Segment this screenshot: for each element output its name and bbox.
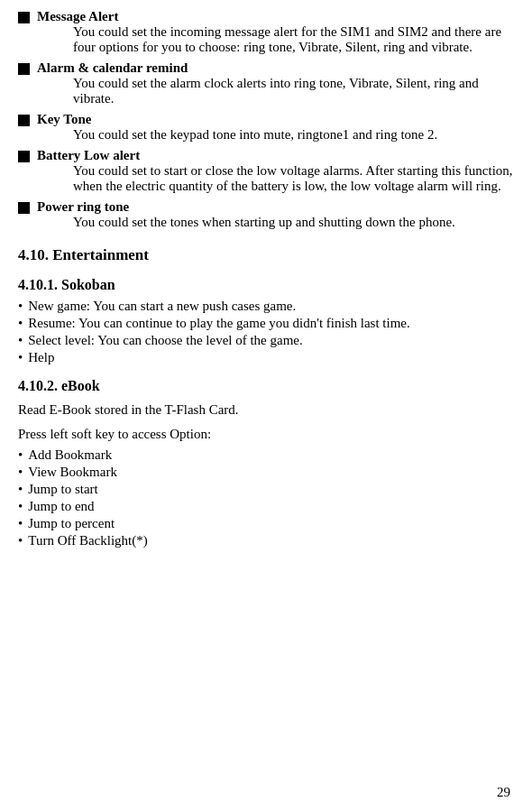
bullet-title: Key Tone bbox=[37, 112, 91, 126]
bullet-dot-icon: • bbox=[18, 299, 23, 314]
bullet-text: Key Tone You could set the keypad tone i… bbox=[37, 112, 514, 143]
list-item-text: Add Bookmark bbox=[28, 447, 112, 463]
bullet-dot-icon: • bbox=[18, 465, 23, 480]
bullet-item-message-alert: Message Alert You could set the incoming… bbox=[18, 9, 514, 55]
list-item: • View Bookmark bbox=[18, 465, 514, 480]
bullet-text: Alarm & calendar remind You could set th… bbox=[37, 60, 514, 106]
content: Message Alert You could set the incoming… bbox=[18, 9, 514, 548]
list-item-text: Jump to end bbox=[28, 499, 94, 514]
list-item-text: New game: You can start a new push cases… bbox=[28, 299, 296, 314]
bullet-square-icon bbox=[18, 202, 30, 214]
list-item: • Add Bookmark bbox=[18, 447, 514, 463]
bullet-item-alarm-calendar: Alarm & calendar remind You could set th… bbox=[18, 60, 514, 106]
bullet-dot-icon: • bbox=[18, 350, 23, 365]
bullet-dot-icon: • bbox=[18, 316, 23, 331]
list-item: • Turn Off Backlight(*) bbox=[18, 533, 514, 548]
section-entertainment-heading: 4.10. Entertainment bbox=[18, 246, 514, 264]
bullet-title: Battery Low alert bbox=[37, 148, 140, 162]
list-item: • Jump to percent bbox=[18, 516, 514, 531]
list-item-text: Help bbox=[28, 350, 54, 365]
page-number: 29 bbox=[497, 785, 510, 800]
bullet-text: Message Alert You could set the incoming… bbox=[37, 9, 514, 55]
bullet-item-battery-low: Battery Low alert You could set to start… bbox=[18, 148, 514, 194]
ebook-intro-line2: Press left soft key to access Option: bbox=[18, 424, 514, 445]
list-item: • Select level: You can choose the level… bbox=[18, 333, 514, 348]
list-item: • New game: You can start a new push cas… bbox=[18, 299, 514, 314]
list-item: • Jump to start bbox=[18, 482, 514, 497]
bullet-title: Alarm & calendar remind bbox=[37, 60, 188, 75]
bullet-title: Message Alert bbox=[37, 9, 118, 23]
list-item: • Jump to end bbox=[18, 499, 514, 514]
sokoban-list: • New game: You can start a new push cas… bbox=[18, 299, 514, 365]
bullet-item-key-tone: Key Tone You could set the keypad tone i… bbox=[18, 112, 514, 143]
bullet-title: Power ring tone bbox=[37, 199, 129, 214]
list-item: • Help bbox=[18, 350, 514, 365]
bullet-desc: You could set the incoming message alert… bbox=[73, 24, 514, 55]
bullet-square-icon bbox=[18, 115, 30, 126]
ebook-list: • Add Bookmark • View Bookmark • Jump to… bbox=[18, 447, 514, 548]
page: Message Alert You could set the incoming… bbox=[0, 0, 532, 811]
bullet-item-power-ring-tone: Power ring tone You could set the tones … bbox=[18, 199, 514, 230]
bullet-text: Battery Low alert You could set to start… bbox=[37, 148, 514, 194]
list-item: • Resume: You can continue to play the g… bbox=[18, 316, 514, 331]
bullet-dot-icon: • bbox=[18, 333, 23, 348]
bullet-dot-icon: • bbox=[18, 447, 23, 463]
list-item-text: Resume: You can continue to play the gam… bbox=[28, 316, 409, 331]
list-item-text: Jump to start bbox=[28, 482, 98, 497]
bullet-section: Message Alert You could set the incoming… bbox=[18, 9, 514, 230]
bullet-dot-icon: • bbox=[18, 499, 23, 514]
bullet-square-icon bbox=[18, 63, 30, 75]
list-item-text: Select level: You can choose the level o… bbox=[28, 333, 303, 348]
bullet-square-icon bbox=[18, 151, 30, 162]
bullet-dot-icon: • bbox=[18, 482, 23, 497]
bullet-desc: You could set the tones when starting up… bbox=[73, 215, 514, 230]
bullet-dot-icon: • bbox=[18, 516, 23, 531]
bullet-square-icon bbox=[18, 12, 30, 23]
list-item-text: View Bookmark bbox=[28, 465, 117, 480]
bullet-desc: You could set the alarm clock alerts int… bbox=[73, 76, 514, 106]
bullet-desc: You could set to start or close the low … bbox=[73, 163, 514, 194]
bullet-desc: You could set the keypad tone into mute,… bbox=[73, 127, 514, 143]
bullet-text: Power ring tone You could set the tones … bbox=[37, 199, 514, 230]
bullet-dot-icon: • bbox=[18, 533, 23, 548]
ebook-intro-line1: Read E-Book stored in the T-Flash Card. bbox=[18, 400, 514, 420]
list-item-text: Jump to percent bbox=[28, 516, 115, 531]
list-item-text: Turn Off Backlight(*) bbox=[28, 533, 148, 548]
subsection-sokoban-heading: 4.10.1. Sokoban bbox=[18, 277, 514, 293]
subsection-ebook-heading: 4.10.2. eBook bbox=[18, 378, 514, 394]
